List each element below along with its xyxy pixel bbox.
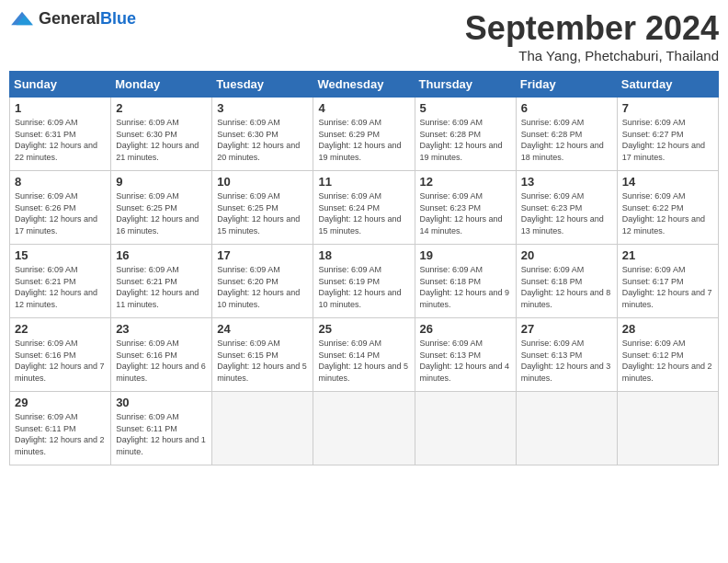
day-number: 6: [521, 101, 612, 115]
day-info: Sunrise: 6:09 AM Sunset: 6:27 PM Dayligh…: [622, 117, 713, 163]
day-info: Sunrise: 6:09 AM Sunset: 6:30 PM Dayligh…: [116, 117, 207, 163]
calendar-week-row: 8 Sunrise: 6:09 AM Sunset: 6:26 PM Dayli…: [10, 171, 719, 245]
day-number: 10: [217, 175, 308, 189]
day-info: Sunrise: 6:09 AM Sunset: 6:23 PM Dayligh…: [521, 190, 612, 236]
day-number: 3: [217, 101, 308, 115]
col-monday: Monday: [111, 72, 212, 98]
day-number: 16: [116, 248, 207, 262]
table-row: 26 Sunrise: 6:09 AM Sunset: 6:13 PM Dayl…: [415, 318, 516, 392]
day-info: Sunrise: 6:09 AM Sunset: 6:19 PM Dayligh…: [318, 264, 409, 310]
table-row: 27 Sunrise: 6:09 AM Sunset: 6:13 PM Dayl…: [516, 318, 617, 392]
sunset-text: Sunset: 6:24 PM: [318, 202, 409, 214]
table-row: 15 Sunrise: 6:09 AM Sunset: 6:21 PM Dayl…: [10, 245, 111, 318]
table-row: 3 Sunrise: 6:09 AM Sunset: 6:30 PM Dayli…: [212, 98, 313, 171]
sunset-text: Sunset: 6:28 PM: [521, 129, 612, 141]
day-info: Sunrise: 6:09 AM Sunset: 6:25 PM Dayligh…: [217, 190, 308, 236]
table-row: 17 Sunrise: 6:09 AM Sunset: 6:20 PM Dayl…: [212, 245, 313, 318]
title-block: September 2024 Tha Yang, Phetchaburi, Th…: [465, 9, 719, 63]
sunrise-text: Sunrise: 6:09 AM: [420, 117, 511, 129]
day-number: 13: [521, 175, 612, 189]
day-info: Sunrise: 6:09 AM Sunset: 6:13 PM Dayligh…: [420, 338, 511, 384]
day-info: Sunrise: 6:09 AM Sunset: 6:16 PM Dayligh…: [15, 338, 106, 384]
day-number: 23: [116, 322, 207, 336]
sunrise-text: Sunrise: 6:09 AM: [217, 338, 308, 350]
day-info: Sunrise: 6:09 AM Sunset: 6:28 PM Dayligh…: [521, 117, 612, 163]
day-info: Sunrise: 6:09 AM Sunset: 6:20 PM Dayligh…: [217, 264, 308, 310]
day-number: 20: [521, 248, 612, 262]
day-info: Sunrise: 6:09 AM Sunset: 6:15 PM Dayligh…: [217, 338, 308, 384]
table-row: 7 Sunrise: 6:09 AM Sunset: 6:27 PM Dayli…: [617, 98, 718, 171]
table-row: 10 Sunrise: 6:09 AM Sunset: 6:25 PM Dayl…: [212, 171, 313, 245]
calendar-table: Sunday Monday Tuesday Wednesday Thursday…: [9, 71, 719, 465]
col-thursday: Thursday: [415, 72, 516, 98]
calendar-header-row: Sunday Monday Tuesday Wednesday Thursday…: [10, 72, 719, 98]
sunrise-text: Sunrise: 6:09 AM: [318, 264, 409, 276]
table-row: 18 Sunrise: 6:09 AM Sunset: 6:19 PM Dayl…: [313, 245, 415, 318]
daylight-text: Daylight: 12 hours and 18 minutes.: [521, 140, 612, 163]
day-info: Sunrise: 6:09 AM Sunset: 6:18 PM Dayligh…: [521, 264, 612, 310]
table-row: 28 Sunrise: 6:09 AM Sunset: 6:12 PM Dayl…: [617, 318, 718, 392]
day-number: 25: [318, 322, 409, 336]
sunset-text: Sunset: 6:18 PM: [521, 276, 612, 288]
sunrise-text: Sunrise: 6:09 AM: [116, 264, 207, 276]
sunset-text: Sunset: 6:15 PM: [217, 350, 308, 362]
sunset-text: Sunset: 6:21 PM: [116, 276, 207, 288]
day-number: 1: [15, 101, 106, 115]
daylight-text: Daylight: 12 hours and 7 minutes.: [622, 287, 713, 310]
page-header: GeneralBlue September 2024 Tha Yang, Phe…: [9, 9, 719, 63]
sunrise-text: Sunrise: 6:09 AM: [217, 117, 308, 129]
day-info: Sunrise: 6:09 AM Sunset: 6:30 PM Dayligh…: [217, 117, 308, 163]
day-number: 14: [622, 175, 713, 189]
day-number: 7: [622, 101, 713, 115]
daylight-text: Daylight: 12 hours and 11 minutes.: [116, 287, 207, 310]
sunset-text: Sunset: 6:25 PM: [217, 202, 308, 214]
sunset-text: Sunset: 6:31 PM: [15, 129, 106, 141]
sunrise-text: Sunrise: 6:09 AM: [420, 338, 511, 350]
day-info: Sunrise: 6:09 AM Sunset: 6:29 PM Dayligh…: [318, 117, 409, 163]
daylight-text: Daylight: 12 hours and 21 minutes.: [116, 140, 207, 163]
table-row: 8 Sunrise: 6:09 AM Sunset: 6:26 PM Dayli…: [10, 171, 111, 245]
day-info: Sunrise: 6:09 AM Sunset: 6:14 PM Dayligh…: [318, 338, 409, 384]
daylight-text: Daylight: 12 hours and 17 minutes.: [622, 140, 713, 163]
sunset-text: Sunset: 6:22 PM: [622, 202, 713, 214]
day-number: 15: [15, 248, 106, 262]
sunrise-text: Sunrise: 6:09 AM: [217, 264, 308, 276]
day-info: Sunrise: 6:09 AM Sunset: 6:22 PM Dayligh…: [622, 190, 713, 236]
day-number: 18: [318, 248, 409, 262]
sunrise-text: Sunrise: 6:09 AM: [116, 338, 207, 350]
sunset-text: Sunset: 6:18 PM: [420, 276, 511, 288]
sunrise-text: Sunrise: 6:09 AM: [15, 190, 106, 202]
table-row: [516, 392, 617, 465]
daylight-text: Daylight: 12 hours and 10 minutes.: [217, 287, 308, 310]
daylight-text: Daylight: 12 hours and 4 minutes.: [420, 361, 511, 384]
sunset-text: Sunset: 6:30 PM: [217, 129, 308, 141]
sunset-text: Sunset: 6:11 PM: [116, 423, 207, 435]
table-row: 29 Sunrise: 6:09 AM Sunset: 6:11 PM Dayl…: [10, 392, 111, 465]
sunset-text: Sunset: 6:19 PM: [318, 276, 409, 288]
calendar-week-row: 15 Sunrise: 6:09 AM Sunset: 6:21 PM Dayl…: [10, 245, 719, 318]
day-number: 2: [116, 101, 207, 115]
day-number: 21: [622, 248, 713, 262]
daylight-text: Daylight: 12 hours and 1 minute.: [116, 434, 207, 457]
day-info: Sunrise: 6:09 AM Sunset: 6:23 PM Dayligh…: [420, 190, 511, 236]
day-info: Sunrise: 6:09 AM Sunset: 6:11 PM Dayligh…: [116, 411, 207, 457]
day-number: 29: [15, 396, 106, 409]
table-row: 2 Sunrise: 6:09 AM Sunset: 6:30 PM Dayli…: [111, 98, 212, 171]
day-number: 24: [217, 322, 308, 336]
day-info: Sunrise: 6:09 AM Sunset: 6:21 PM Dayligh…: [116, 264, 207, 310]
daylight-text: Daylight: 12 hours and 16 minutes.: [116, 213, 207, 236]
daylight-text: Daylight: 12 hours and 3 minutes.: [521, 361, 612, 384]
calendar-week-row: 22 Sunrise: 6:09 AM Sunset: 6:16 PM Dayl…: [10, 318, 719, 392]
table-row: 5 Sunrise: 6:09 AM Sunset: 6:28 PM Dayli…: [415, 98, 516, 171]
sunrise-text: Sunrise: 6:09 AM: [420, 190, 511, 202]
day-number: 22: [15, 322, 106, 336]
table-row: 20 Sunrise: 6:09 AM Sunset: 6:18 PM Dayl…: [516, 245, 617, 318]
sunset-text: Sunset: 6:26 PM: [15, 202, 106, 214]
daylight-text: Daylight: 12 hours and 5 minutes.: [318, 361, 409, 384]
table-row: 21 Sunrise: 6:09 AM Sunset: 6:17 PM Dayl…: [617, 245, 718, 318]
sunrise-text: Sunrise: 6:09 AM: [318, 338, 409, 350]
sunset-text: Sunset: 6:20 PM: [217, 276, 308, 288]
table-row: [313, 392, 415, 465]
col-friday: Friday: [516, 72, 617, 98]
table-row: 11 Sunrise: 6:09 AM Sunset: 6:24 PM Dayl…: [313, 171, 415, 245]
